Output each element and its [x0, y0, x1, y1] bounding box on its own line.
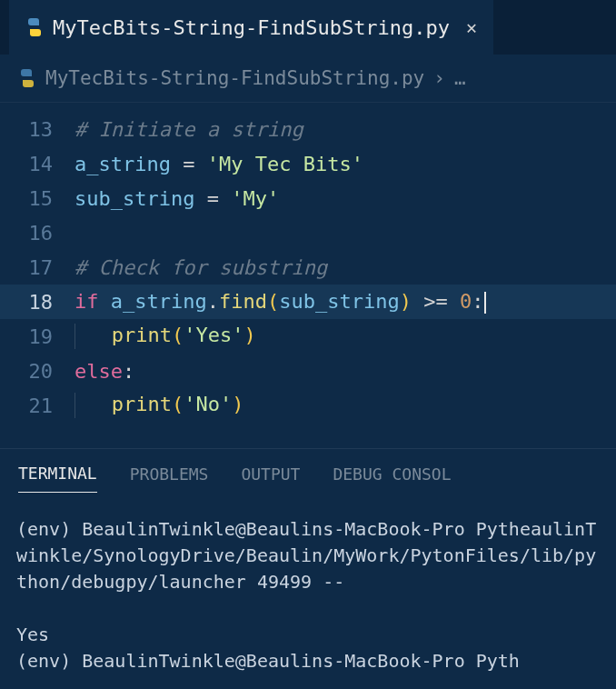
tab-bar: MyTecBits-String-FindSubString.py ✕ — [0, 0, 616, 55]
line-number: 15 — [0, 187, 75, 210]
breadcrumb-filename: MyTecBits-String-FindSubString.py — [45, 67, 424, 89]
line-number: 17 — [0, 256, 75, 279]
code-editor[interactable]: 13# Initiate a string14a_string = 'My Te… — [0, 103, 616, 432]
code-line[interactable]: 15sub_string = 'My' — [0, 181, 616, 215]
code-line[interactable]: 20else: — [0, 354, 616, 388]
tab-output[interactable]: OUTPUT — [241, 464, 300, 493]
code-content: print('Yes') — [75, 324, 256, 349]
chevron-right-icon: › — [433, 67, 445, 89]
code-content: # Check for substring — [75, 256, 327, 279]
cursor — [484, 292, 486, 314]
code-line[interactable]: 21 print('No') — [0, 388, 616, 423]
editor-tab[interactable]: MyTecBits-String-FindSubString.py ✕ — [9, 0, 493, 55]
line-number: 20 — [0, 360, 75, 383]
line-number: 13 — [0, 118, 75, 141]
code-line[interactable]: 14a_string = 'My Tec Bits' — [0, 146, 616, 181]
tab-problems[interactable]: PROBLEMS — [130, 464, 209, 493]
code-content: print('No') — [75, 393, 243, 418]
code-line[interactable]: 18if a_string.find(sub_string) >= 0: — [0, 285, 616, 319]
terminal-output[interactable]: (env) BeaulinTwinkle@Beaulins-MacBook-Pr… — [0, 496, 616, 689]
code-content: sub_string = 'My' — [75, 187, 279, 210]
line-number: 16 — [0, 222, 75, 245]
code-line[interactable]: 17# Check for substring — [0, 250, 616, 285]
code-content: if a_string.find(sub_string) >= 0: — [75, 290, 486, 314]
line-number: 14 — [0, 153, 75, 175]
code-line[interactable]: 19 print('Yes') — [0, 319, 616, 354]
panel-tabs: TERMINAL PROBLEMS OUTPUT DEBUG CONSOL — [0, 448, 616, 496]
code-content: # Initiate a string — [75, 118, 303, 141]
line-number: 21 — [0, 394, 75, 417]
tab-terminal[interactable]: TERMINAL — [18, 464, 97, 493]
tab-debug-console[interactable]: DEBUG CONSOL — [333, 464, 451, 493]
line-number: 18 — [0, 291, 75, 314]
line-number: 19 — [0, 325, 75, 348]
close-icon[interactable]: ✕ — [466, 16, 477, 38]
breadcrumb[interactable]: MyTecBits-String-FindSubString.py › … — [0, 55, 616, 103]
breadcrumb-more: … — [454, 67, 466, 89]
code-line[interactable]: 13# Initiate a string — [0, 112, 616, 146]
code-line[interactable]: 16 — [0, 215, 616, 250]
code-content: else: — [75, 360, 134, 383]
python-icon — [25, 18, 44, 36]
tab-filename: MyTecBits-String-FindSubString.py — [53, 16, 450, 39]
code-content: a_string = 'My Tec Bits' — [75, 153, 363, 175]
python-icon — [18, 69, 36, 87]
